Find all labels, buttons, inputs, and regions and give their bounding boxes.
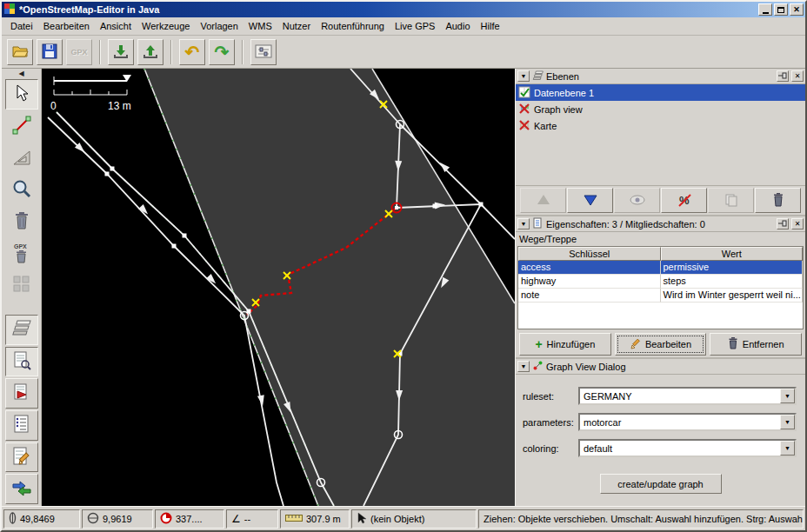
menu-wms[interactable]: WMS: [243, 18, 277, 34]
layer-row-karte[interactable]: Karte: [516, 117, 805, 134]
remove-tag-button[interactable]: Entfernen: [710, 333, 802, 356]
download-icon: [113, 43, 129, 61]
undo-button[interactable]: ↶: [179, 39, 205, 65]
dropdown-arrow-button[interactable]: ▼: [780, 441, 795, 456]
layer-visible-icon[interactable]: [518, 86, 530, 100]
dock-button[interactable]: [777, 218, 789, 229]
coloring-select[interactable]: default ▼: [578, 439, 797, 457]
create-update-graph-button[interactable]: create/update graph: [600, 474, 722, 494]
disabled-grid-icon: [12, 275, 31, 296]
save-button[interactable]: [37, 39, 63, 65]
svg-text:GPX: GPX: [14, 243, 27, 249]
menu-live-gps[interactable]: Live GPS: [390, 18, 440, 34]
download-button[interactable]: [108, 39, 134, 65]
open-button[interactable]: [7, 39, 33, 65]
layer-opacity-button[interactable]: %: [661, 188, 707, 213]
layer-hidden-icon[interactable]: [518, 103, 530, 116]
tool-draw-node[interactable]: [5, 111, 38, 142]
menu-nutzer[interactable]: Nutzer: [277, 18, 316, 34]
layer-move-down-button[interactable]: [567, 188, 613, 213]
chevron-down-icon: ▼: [521, 221, 527, 227]
menu-datei[interactable]: Datei: [5, 18, 38, 34]
close-button[interactable]: ✕: [790, 3, 804, 16]
heading-value: 337....: [176, 514, 203, 524]
dropdown-arrow-button[interactable]: ▼: [780, 389, 795, 403]
chevron-down-icon: ▼: [784, 419, 790, 425]
tag-key-cell[interactable]: note: [518, 289, 661, 303]
tool-zoom[interactable]: [5, 175, 38, 205]
toolbar-separator: [99, 40, 101, 64]
collapse-button[interactable]: ▼: [517, 70, 530, 82]
object-value: (kein Objekt): [370, 514, 424, 524]
menu-audio[interactable]: Audio: [440, 18, 475, 34]
minimize-button[interactable]: [758, 3, 772, 16]
layer-row-graph-view[interactable]: Graph view: [516, 101, 805, 117]
layer-row-data[interactable]: Datenebene 1: [516, 84, 805, 101]
redo-icon: ↷: [215, 43, 230, 61]
minimize-icon: [763, 12, 769, 14]
side-collapse-arrow[interactable]: ◀: [18, 70, 23, 77]
conflict-arrows-icon: [11, 478, 32, 501]
tag-value-cell[interactable]: steps: [661, 275, 804, 289]
chevron-down-icon: ▼: [784, 393, 790, 399]
menu-routenfuehrung[interactable]: Routenführung: [316, 18, 390, 34]
edit-tag-button[interactable]: Bearbeiten: [615, 333, 707, 356]
arrow-up-icon: [537, 194, 550, 208]
menu-bearbeiten[interactable]: Bearbeiten: [38, 18, 95, 34]
column-header-value[interactable]: Wert: [661, 247, 804, 261]
menu-werkzeuge[interactable]: Werkzeuge: [137, 18, 195, 34]
properties-panel-icon: [532, 217, 544, 230]
collapse-button[interactable]: ▼: [517, 218, 530, 229]
tool-measure-angle[interactable]: [5, 143, 38, 173]
tag-value-cell[interactable]: Wird im Winter gesperrt weil ni...: [661, 289, 804, 303]
map-canvas[interactable]: 0 13 m: [42, 69, 515, 506]
map-svg[interactable]: 0 13 m: [42, 69, 515, 506]
title-bar[interactable]: *OpenStreetMap-Editor in Java ✕: [2, 2, 805, 17]
dock-button[interactable]: [777, 70, 789, 82]
toggle-conflicts-dialog[interactable]: [5, 474, 38, 504]
tool-purge-gpx[interactable]: GPX: [5, 238, 38, 269]
collapse-button[interactable]: ▼: [517, 361, 530, 372]
properties-buttons: + Hinzufügen Bearbeiten Entfernen: [516, 331, 805, 357]
latitude-icon: [9, 512, 17, 526]
redo-button[interactable]: ↷: [209, 39, 235, 65]
ruleset-label: ruleset:: [516, 391, 578, 402]
opacity-percent-icon: %: [677, 193, 691, 209]
layer-label: Karte: [534, 121, 557, 131]
toggle-command-stack-dialog[interactable]: [5, 410, 38, 441]
menu-ansicht[interactable]: Ansicht: [95, 18, 137, 34]
table-row[interactable]: note Wird im Winter gesperrt weil ni...: [518, 289, 803, 303]
preferences-button[interactable]: [250, 39, 277, 65]
add-tag-button[interactable]: + Hinzufügen: [519, 333, 611, 356]
gpx-trash-icon: GPX: [12, 243, 31, 265]
graph-view-body: ruleset: GERMANY ▼ parameters: motorcar …: [516, 375, 805, 506]
tool-delete[interactable]: [5, 207, 38, 237]
window-title: *OpenStreetMap-Editor in Java: [19, 4, 755, 15]
table-row[interactable]: highway steps: [518, 275, 803, 289]
toggle-properties-dialog[interactable]: [5, 347, 38, 377]
tag-key-cell[interactable]: highway: [518, 275, 661, 289]
column-header-key[interactable]: Schlüssel: [518, 247, 661, 261]
upload-button[interactable]: [137, 39, 163, 65]
panel-close-button[interactable]: ✕: [791, 70, 804, 82]
tool-move[interactable]: [5, 79, 38, 110]
toggle-selection-dialog[interactable]: [5, 378, 38, 409]
menu-vorlagen[interactable]: Vorlagen: [195, 18, 243, 34]
app-icon: [3, 3, 16, 17]
menu-hilfe[interactable]: Hilfe: [476, 18, 505, 34]
ruler-icon: [285, 514, 303, 524]
toggle-layers-dialog[interactable]: [5, 315, 38, 345]
toggle-annotations-dialog[interactable]: [5, 442, 38, 473]
layer-hidden-icon[interactable]: [518, 119, 530, 133]
dropdown-arrow-button[interactable]: ▼: [780, 415, 795, 429]
parameters-value: motorcar: [584, 417, 621, 428]
maximize-button[interactable]: [774, 3, 788, 16]
tag-value-cell[interactable]: permissive: [661, 261, 804, 275]
parameters-select[interactable]: motorcar ▼: [578, 413, 797, 431]
ruleset-select[interactable]: GERMANY ▼: [578, 387, 797, 405]
tag-key-cell[interactable]: access: [518, 261, 661, 275]
panel-close-button[interactable]: ✕: [791, 218, 804, 229]
table-row[interactable]: access permissive: [518, 261, 803, 275]
layer-delete-button[interactable]: [755, 188, 801, 213]
side-toolbar: ◀ GPX: [2, 69, 42, 506]
